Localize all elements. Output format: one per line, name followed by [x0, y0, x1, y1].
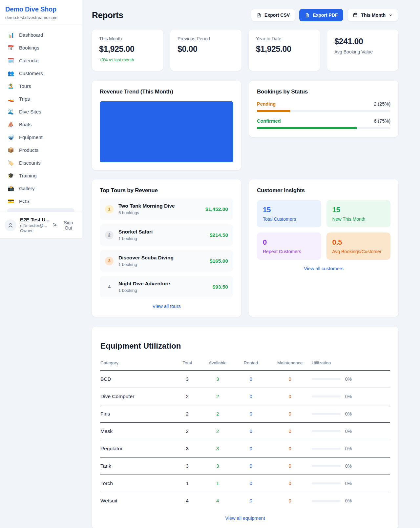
- sidebar-item-gallery[interactable]: 📸 Gallery: [4, 182, 78, 195]
- top-tours-title: Top Tours by Revenue: [100, 187, 233, 194]
- view-all-customers-link[interactable]: View all customers: [257, 266, 390, 271]
- tour-row[interactable]: 1 Two Tank Morning Dive 5 bookings $1,45…: [100, 198, 233, 220]
- cell-total: 3: [173, 457, 202, 475]
- sidebar-item-label: Dashboard: [19, 32, 43, 38]
- cell-available: 2: [202, 422, 234, 440]
- tag-icon: 🏷️: [7, 160, 14, 166]
- user-name: E2E Test U...: [20, 216, 49, 223]
- status-bar-track: [257, 127, 390, 129]
- cell-available: 2: [202, 388, 234, 405]
- cell-maintenance: 0: [268, 492, 312, 509]
- stat-value: $1,925.00: [256, 44, 313, 54]
- sidebar-item-training[interactable]: 🎓 Training: [4, 169, 78, 182]
- user-email: e2e-tester@...: [20, 223, 49, 229]
- sidebar-item-dive-sites[interactable]: 🌊 Dive Sites: [4, 105, 78, 118]
- cell-utilization: 0%: [345, 394, 352, 399]
- tour-name: Two Tank Morning Dive: [118, 203, 175, 209]
- tile-value: 0.5: [332, 238, 385, 247]
- tour-row[interactable]: 2 Snorkel Safari 1 booking $214.50: [100, 224, 233, 246]
- table-row: BCD 3 3 0 0 0%: [100, 370, 390, 388]
- cell-category: BCD: [100, 370, 173, 388]
- table-row: Regulator 3 3 0 0 0%: [100, 440, 390, 457]
- cell-maintenance: 0: [268, 405, 312, 422]
- cell-utilization: 0%: [345, 429, 352, 434]
- period-select[interactable]: This Month: [347, 9, 398, 21]
- sidebar-item-pos[interactable]: 💳 POS: [4, 195, 78, 208]
- revenue-trend-chart: [100, 101, 233, 162]
- stat-card-previous-period: Previous Period $0.00: [170, 30, 242, 71]
- tile-value: 15: [332, 206, 385, 214]
- export-pdf-label: Export PDF: [313, 12, 338, 18]
- sidebar-item-boats[interactable]: ⛵ Boats: [4, 118, 78, 131]
- sidebar-item-products[interactable]: 📦 Products: [4, 144, 78, 156]
- file-download-icon: [305, 13, 310, 18]
- export-csv-button[interactable]: Export CSV: [251, 9, 295, 21]
- sidebar-item-bookings[interactable]: 📅 Bookings: [4, 41, 78, 54]
- tile-value: 0: [263, 238, 315, 247]
- stat-value: $1,925.00: [99, 44, 156, 54]
- tour-bookings: 1 booking: [118, 236, 153, 241]
- period-select-value: This Month: [361, 12, 386, 18]
- stat-label: This Month: [99, 36, 156, 41]
- sign-out-label: Sign Out: [60, 220, 77, 231]
- sidebar-item-discounts[interactable]: 🏷️ Discounts: [4, 156, 78, 169]
- stat-card-year-to-date: Year to Date $1,925.00: [249, 30, 320, 71]
- cell-category: Tank: [100, 457, 173, 475]
- status-label: Pending: [257, 101, 276, 107]
- sign-out-button[interactable]: Sign Out: [52, 220, 77, 231]
- insights-row: Top Tours by Revenue 1 Two Tank Morning …: [92, 179, 398, 317]
- cell-rented: 0: [234, 475, 268, 492]
- sidebar-item-calendar[interactable]: 🗓️ Calendar: [4, 54, 78, 67]
- tile-avg-bookings-customer: 0.5 Avg Bookings/Customer: [326, 233, 391, 260]
- equipment-utilization-card: Equipment Utilization Category Total Ava…: [92, 327, 398, 528]
- tour-bookings: 1 booking: [118, 262, 174, 267]
- view-all-tours-link[interactable]: View all tours: [100, 304, 233, 309]
- utilization-bar: [312, 465, 341, 467]
- charts-row: Revenue Trend (This Month) Bookings by S…: [92, 81, 398, 170]
- tile-new-this-month: 15 New This Month: [326, 200, 391, 227]
- cell-total: 1: [173, 475, 202, 492]
- shop-name[interactable]: Demo Dive Shop: [5, 6, 76, 13]
- tour-name: Snorkel Safari: [118, 229, 153, 235]
- sidebar-item-label: Products: [19, 147, 38, 153]
- table-row: Mask 2 2 0 0 0%: [100, 422, 390, 440]
- tour-row[interactable]: 4 Night Dive Adventure 1 booking $93.50: [100, 276, 233, 297]
- sidebar-item-equipment[interactable]: 🤿 Equipment: [4, 131, 78, 144]
- top-tours-card: Top Tours by Revenue 1 Two Tank Morning …: [92, 179, 241, 317]
- cell-utilization: 0%: [345, 411, 352, 416]
- tour-row[interactable]: 3 Discover Scuba Diving 1 booking $165.0…: [100, 250, 233, 272]
- col-available: Available: [202, 357, 234, 371]
- rank-badge: 3: [105, 257, 114, 265]
- utilization-bar: [312, 500, 341, 502]
- cell-category: Fins: [100, 405, 173, 422]
- table-row: Torch 1 1 0 0 0%: [100, 475, 390, 492]
- cell-total: 2: [173, 422, 202, 440]
- tour-name: Discover Scuba Diving: [118, 255, 174, 261]
- bar-chart-icon: 📊: [7, 32, 14, 38]
- cell-utilization: 0%: [345, 376, 352, 382]
- tour-revenue: $214.50: [210, 232, 228, 238]
- sidebar-item-trips[interactable]: 🚤 Trips: [4, 92, 78, 105]
- cell-total: 2: [173, 405, 202, 422]
- tour-revenue: $165.00: [210, 258, 228, 264]
- package-icon: 📦: [7, 147, 14, 153]
- tile-total-customers: 15 Total Customers: [257, 200, 321, 227]
- sailboat-icon: ⛵: [7, 121, 14, 128]
- cell-total: 3: [173, 440, 202, 457]
- cell-utilization: 0%: [345, 498, 352, 503]
- tile-label: New This Month: [332, 216, 385, 222]
- col-category: Category: [100, 357, 173, 371]
- sidebar-header: Demo Dive Shop demo.test.divestreams.com: [0, 0, 82, 25]
- sidebar-item-customers[interactable]: 👥 Customers: [4, 67, 78, 80]
- stat-value: $0.00: [178, 44, 234, 54]
- view-all-equipment-link[interactable]: View all equipment: [100, 516, 390, 521]
- status-bar-fill: [257, 110, 290, 112]
- cell-category: Torch: [100, 475, 173, 492]
- sidebar-item-dashboard[interactable]: 📊 Dashboard: [4, 29, 78, 41]
- export-pdf-button[interactable]: Export PDF: [299, 9, 343, 21]
- cell-maintenance: 0: [268, 370, 312, 388]
- page-header: Reports Export CSV: [92, 9, 398, 21]
- sidebar-item-tours[interactable]: 🏝️ Tours: [4, 80, 78, 92]
- sidebar-item-active-partial[interactable]: [7, 208, 74, 212]
- table-row: Wetsuit 4 4 0 0 0%: [100, 492, 390, 509]
